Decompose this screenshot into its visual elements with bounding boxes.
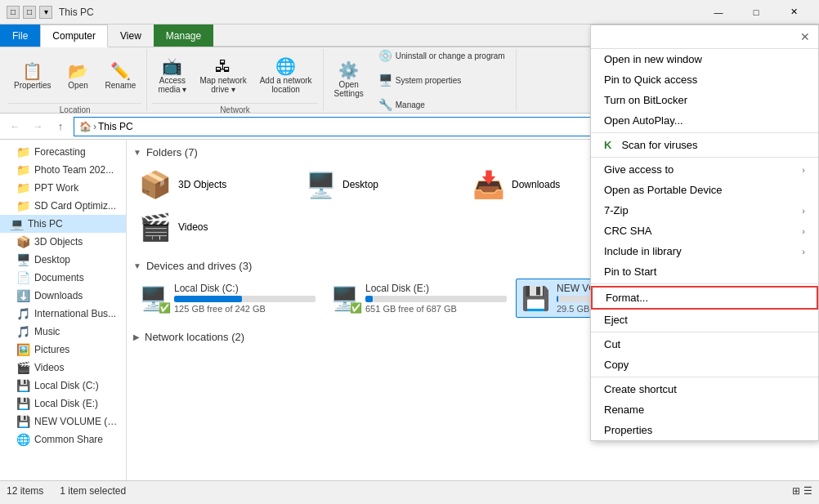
- ctx-7zip[interactable]: 7-Zip ›: [591, 200, 818, 221]
- ctx-give-access[interactable]: Give access to ›: [591, 159, 818, 180]
- ctx-label: Eject: [604, 314, 805, 326]
- uninstall-button[interactable]: 💿 Uninstall or change a program: [373, 44, 511, 67]
- ribbon-group-system: ⚙️ OpenSettings 💿 Uninstall or change a …: [324, 49, 517, 111]
- sidebar-item-sd[interactable]: 📁 SD Card Optimiz...: [0, 197, 126, 215]
- system-props-label: System properties: [396, 76, 462, 85]
- ctx-label: Include in library: [604, 245, 795, 257]
- network-header-text: Network locations (2): [145, 331, 244, 343]
- sidebar-item-diskc[interactable]: 💾 Local Disk (C:): [0, 377, 126, 395]
- tab-manage[interactable]: Manage: [154, 25, 213, 47]
- sidebar-item-pictures[interactable]: 🖼️ Pictures: [0, 341, 126, 359]
- close-button[interactable]: ✕: [775, 0, 812, 25]
- sidebar-item-desktop[interactable]: 🖥️ Desktop: [0, 251, 126, 269]
- uninstall-label: Uninstall or change a program: [396, 51, 505, 60]
- sidebar-item-3dobjects[interactable]: 📦 3D Objects: [0, 233, 126, 251]
- sidebar-item-common[interactable]: 🌐 Common Share: [0, 430, 126, 448]
- ctx-portable[interactable]: Open as Portable Device: [591, 180, 818, 200]
- drive-c-progress: [174, 296, 316, 302]
- folder-icon: 📁: [16, 199, 30, 212]
- open-settings-button[interactable]: ⚙️ OpenSettings: [329, 55, 369, 105]
- tab-computer[interactable]: Computer: [40, 25, 108, 47]
- system-props-button[interactable]: 🖥️ System properties: [373, 69, 511, 91]
- ctx-format[interactable]: Format...: [591, 286, 818, 310]
- ctx-eject[interactable]: Eject: [591, 310, 818, 330]
- ctx-label: 7-Zip: [604, 204, 795, 216]
- drive-c-space: 125 GB free of 242 GB: [174, 304, 316, 314]
- ctx-header: ✕: [591, 25, 818, 49]
- folder-desktop[interactable]: 🖥️ Desktop: [300, 165, 463, 204]
- sidebar-item-thispc[interactable]: 💻 This PC: [0, 215, 126, 233]
- ctx-autoplay[interactable]: Open AutoPlay...: [591, 110, 818, 131]
- folder-3dobjects[interactable]: 📦 3D Objects: [133, 165, 297, 204]
- drives-header-text: Devices and drives (3): [146, 260, 252, 272]
- view-tiles-icon[interactable]: ⊞: [792, 485, 800, 497]
- drive-e[interactable]: 🖥️ ✅ Local Disk (E:) 651 GB free of 687 …: [324, 279, 512, 318]
- sidebar-item-documents[interactable]: 📄 Documents: [0, 269, 126, 287]
- ctx-crc-sha[interactable]: CRC SHA ›: [591, 221, 818, 241]
- sidebar-item-forecasting[interactable]: 📁 Forecasting: [0, 143, 126, 161]
- properties-button[interactable]: 📋 Properties: [8, 51, 57, 101]
- map-drive-button[interactable]: 🖧 Map networkdrive ▾: [194, 51, 252, 101]
- drive-c-check: ✅: [159, 302, 171, 314]
- ctx-properties[interactable]: Properties: [591, 420, 818, 440]
- folder-name-downloads: Downloads: [512, 179, 560, 190]
- network-buttons: 📺 Accessmedia ▾ 🖧 Map networkdrive ▾ 🌐 A…: [152, 51, 317, 101]
- newvolume-icon: 💾: [16, 415, 30, 428]
- ctx-pin-start[interactable]: Pin to Start: [591, 261, 818, 282]
- ctx-label: Rename: [604, 404, 805, 416]
- ctx-pin-quick[interactable]: Pin to Quick access: [591, 69, 818, 90]
- add-network-button[interactable]: 🌐 Add a networklocation: [254, 51, 318, 101]
- ctx-divider-5: [591, 377, 818, 377]
- ctx-bitlocker[interactable]: Turn on BitLocker: [591, 90, 818, 110]
- sidebar-label: Photo Team 202...: [34, 164, 114, 176]
- sidebar-item-diske[interactable]: 💾 Local Disk (E:): [0, 395, 126, 413]
- drive-e-name: Local Disk (E:): [365, 283, 507, 294]
- title-icon-3: ▾: [39, 6, 52, 19]
- drive-c[interactable]: 🖥️ ✅ Local Disk (C:) 125 GB free of 242 …: [133, 279, 321, 318]
- title-icon-2: □: [23, 6, 36, 19]
- ctx-include-library[interactable]: Include in library ›: [591, 241, 818, 261]
- sidebar-item-videos[interactable]: 🎬 Videos: [0, 359, 126, 377]
- manage-button[interactable]: 🔧 Manage: [373, 93, 511, 116]
- open-button[interactable]: 📂 Open: [59, 51, 98, 101]
- tab-file[interactable]: File: [0, 25, 40, 47]
- sidebar-item-photo[interactable]: 📁 Photo Team 202...: [0, 161, 126, 179]
- location-buttons: 📋 Properties 📂 Open ✏️ Rename: [8, 51, 141, 101]
- sidebar-item-downloads[interactable]: ⬇️ Downloads: [0, 287, 126, 305]
- sidebar-item-music[interactable]: 🎵 Music: [0, 323, 126, 341]
- ctx-format-label: Format...: [606, 292, 803, 304]
- access-media-button[interactable]: 📺 Accessmedia ▾: [152, 51, 192, 101]
- ctx-rename[interactable]: Rename: [591, 399, 818, 420]
- forward-button[interactable]: →: [28, 117, 47, 136]
- ctx-arrow: ›: [802, 247, 805, 256]
- maximize-button[interactable]: □: [737, 0, 775, 25]
- title-controls[interactable]: — □ ✕: [700, 0, 812, 25]
- folder-videos[interactable]: 🎬 Videos: [133, 207, 297, 247]
- ctx-close-button[interactable]: ✕: [797, 29, 813, 45]
- ctx-arrow: ›: [802, 226, 805, 236]
- view-list-icon[interactable]: ☰: [803, 485, 812, 497]
- kaspersky-icon: K: [604, 139, 611, 151]
- ctx-create-shortcut[interactable]: Create shortcut: [591, 379, 818, 399]
- sidebar-item-newvolume[interactable]: 💾 NEW VOLUME (F...: [0, 413, 126, 430]
- ctx-open-new-window[interactable]: Open in new window: [591, 49, 818, 69]
- back-button[interactable]: ←: [5, 117, 25, 136]
- tab-view[interactable]: View: [108, 25, 154, 47]
- ctx-copy[interactable]: Copy: [591, 355, 818, 375]
- breadcrumb[interactable]: 🏠 › This PC: [74, 117, 664, 136]
- minimize-button[interactable]: —: [700, 0, 737, 25]
- ctx-label: Cut: [604, 338, 805, 350]
- ctx-cut[interactable]: Cut: [591, 334, 818, 355]
- title-icon-1: □: [7, 6, 20, 19]
- drive-e-space: 651 GB free of 687 GB: [365, 304, 507, 314]
- folder-icon-videos: 🎬: [139, 212, 172, 243]
- sidebar-label: Pictures: [34, 344, 69, 355]
- pictures-icon: 🖼️: [16, 343, 30, 356]
- rename-button[interactable]: ✏️ Rename: [100, 51, 142, 101]
- sidebar-item-ppt[interactable]: 📁 PPT Work: [0, 179, 126, 197]
- sidebar-item-intl[interactable]: 🎵 International Bus...: [0, 305, 126, 323]
- sidebar-label: This PC: [28, 218, 63, 230]
- folder-icon: 📁: [16, 145, 30, 158]
- up-button[interactable]: ↑: [51, 117, 70, 136]
- ctx-scan-virus[interactable]: K Scan for viruses: [591, 135, 818, 155]
